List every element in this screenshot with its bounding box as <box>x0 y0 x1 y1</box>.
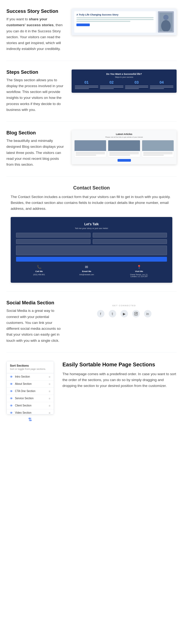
sortable-section: Sort Sections Sort or toggle front page … <box>0 352 183 433</box>
blog-text: Blog Section The beautifully and minimal… <box>6 130 65 168</box>
blog-mock: Latest Articles Please visit all the lin… <box>72 130 177 164</box>
contact-email-input <box>93 233 167 238</box>
up-down-arrows-icon: ⇅ <box>28 417 32 422</box>
blog-post-3-body <box>142 151 174 157</box>
blog-post-1-line1 <box>76 152 105 153</box>
handle-icon-video: ≡ <box>49 411 50 414</box>
blog-desc: The beautifully and minimally designed B… <box>6 138 65 168</box>
success-mock-line1 <box>76 17 154 18</box>
blog-post-3-img <box>142 140 174 151</box>
handle-icon-about: ≡ <box>49 382 50 386</box>
success-story-desc: If you want to share your customers' suc… <box>6 16 65 52</box>
contact-name-input <box>16 233 91 238</box>
eye-icon-service: 👁 <box>10 397 13 400</box>
sort-label-client: Client Section <box>15 404 46 407</box>
sort-panel-header: Sort Sections Sort or toggle front page … <box>7 361 54 373</box>
blog-posts-row <box>74 140 174 157</box>
steps-mock-subtitle: Steps to your success <box>75 76 173 78</box>
steps-screenshot: Do You Want a Successful life? Steps to … <box>72 69 177 93</box>
location-icon: 📍 <box>137 265 141 269</box>
sort-label-about: About Section <box>15 382 46 385</box>
social-media-section: Social Media Section Social Media is a g… <box>0 292 183 352</box>
blog-screenshot: Latest Articles Please visit all the lin… <box>72 130 177 164</box>
success-image-illustration <box>159 13 173 31</box>
step-2-num: 02 <box>100 80 123 84</box>
eye-icon-intro: 👁 <box>10 375 13 378</box>
success-mock-line2 <box>76 19 154 20</box>
steps-mock: Do You Want a Successful life? Steps to … <box>72 69 177 93</box>
sort-label-video: Video Section <box>15 411 46 414</box>
sort-item-about[interactable]: 👁 About Section ≡ <box>7 381 54 388</box>
svg-rect-3 <box>134 312 138 315</box>
sort-item-service[interactable]: 👁 Service Section ≡ <box>7 395 54 402</box>
youtube-icon[interactable]: ▶ <box>120 310 128 317</box>
linkedin-icon[interactable]: in <box>144 310 151 317</box>
step-3: 03 <box>125 80 149 90</box>
step-1-line1 <box>75 86 98 86</box>
sort-item-cta-one[interactable]: 👁 CTA One Section ≡ <box>7 388 54 395</box>
blog-post-2-line1 <box>109 152 139 153</box>
step-4-line2 <box>150 87 173 88</box>
success-story-mock: A Truly Life Changing Success Story <box>72 9 177 35</box>
sort-item-video[interactable]: 👁 Video Section ≡ <box>7 409 54 414</box>
success-story-title: Success Story Section <box>6 9 65 14</box>
eye-icon-cta-one: 👁 <box>10 390 13 393</box>
success-story-text: Success Story Section If you want to sha… <box>6 9 65 52</box>
contact-address-val: Grand Termit, Loc 11, London, LC 214 25Y <box>129 274 150 277</box>
step-2-line2 <box>100 87 123 88</box>
handle-icon-service: ≡ <box>49 397 50 400</box>
sort-item-intro[interactable]: 👁 Intro Section ≡ <box>7 373 54 381</box>
sort-arrows: ⇅ <box>28 414 32 425</box>
step-1: 01 <box>75 80 98 90</box>
sort-item-client[interactable]: 👁 Client Section ≡ <box>7 402 54 409</box>
twitter-icon[interactable]: 𝕥 <box>109 310 116 317</box>
blog-post-2-body <box>108 151 140 157</box>
step-1-line2 <box>75 87 98 88</box>
step-3-line3 <box>125 88 139 89</box>
step-4: 04 <box>150 80 173 90</box>
sort-label-cta-one: CTA One Section <box>15 390 46 393</box>
sort-panel-header-sub: Sort or toggle front page sections. <box>10 368 50 370</box>
step-2: 02 <box>100 80 123 90</box>
blog-mock-title: Latest Articles <box>74 133 174 135</box>
facebook-icon[interactable]: f <box>97 310 104 317</box>
sort-panel: Sort Sections Sort or toggle front page … <box>6 361 54 414</box>
blog-mock-subtitle: Please visit all the links to get articl… <box>74 136 174 138</box>
instagram-icon[interactable] <box>132 310 140 317</box>
social-icons-row: f 𝕥 ▶ in <box>76 310 172 317</box>
email-icon: ✉ <box>85 265 88 269</box>
step-3-num: 03 <box>125 80 149 84</box>
step-2-line1 <box>100 86 123 86</box>
contact-screenshot: Let's Talk Tell me your story or just us… <box>11 217 172 283</box>
instagram-svg <box>134 312 138 316</box>
steps-text: Steps Section The Steps section allows y… <box>6 69 65 113</box>
phone-icon: 📞 <box>37 265 41 269</box>
step-1-line3 <box>75 88 89 89</box>
contact-title: Contact Section <box>11 185 172 191</box>
contact-phone-val: (022) 456-801 <box>33 274 45 276</box>
social-text: Social Media Section Social Media is a g… <box>6 300 65 344</box>
success-story-section: Success Story Section If you want to sha… <box>0 0 183 61</box>
contact-desc: The Contact Section includes a contact f… <box>11 194 172 212</box>
sortable-text: Easily Sortable Home Page Sections The h… <box>63 361 177 389</box>
steps-desc: The Steps section allows you to display … <box>6 77 65 113</box>
sortable-title: Easily Sortable Home Page Sections <box>63 361 177 368</box>
blog-post-1-img <box>75 140 106 151</box>
sort-panel-wrapper: Sort Sections Sort or toggle front page … <box>6 361 54 425</box>
contact-info-row: 📞 Call Me (022) 456-801 ✉ Email Me info@… <box>16 265 167 277</box>
contact-phone-input <box>16 239 91 244</box>
blog-post-1-body <box>75 151 106 157</box>
blog-post-2 <box>108 140 140 157</box>
handle-icon-cta-one: ≡ <box>49 390 50 393</box>
contact-subject-input <box>93 239 167 244</box>
step-3-line1 <box>125 86 149 86</box>
contact-email-label: Email Me <box>82 270 91 273</box>
blog-post-3-line2 <box>143 153 173 154</box>
sort-label-intro: Intro Section <box>15 375 46 378</box>
success-mock-btn <box>76 24 90 26</box>
step-1-num: 01 <box>75 80 98 84</box>
blog-post-2-img <box>108 140 140 151</box>
blog-post-1 <box>74 140 106 157</box>
steps-row: 01 02 03 04 <box>75 80 173 90</box>
eye-icon-about: 👁 <box>10 382 13 386</box>
